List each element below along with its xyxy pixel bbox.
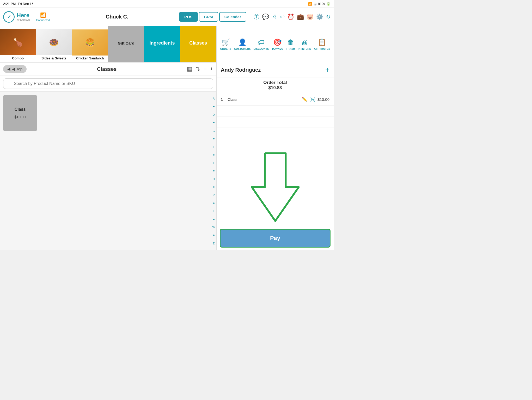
signal-icon: ◎ [314,2,316,6]
left-header: ◀ ◀ Top Classes ▦ ⇅ ≡ + [0,63,216,76]
category-classes-label: Classes [189,40,207,46]
category-bar: 🍗 Combo 🍩 Sides & Sweets 🍔 Chicken Sandw… [0,26,216,63]
alphabet-sidebar: A D G I L O R T W Z [211,92,216,250]
alpha-dot-4 [213,154,215,156]
order-item-row: 1 Class ✏️ % $10.00 [217,93,334,106]
add-product-icon[interactable]: + [210,66,213,72]
pay-button[interactable]: Pay [220,229,331,248]
alpha-dot-2 [213,122,215,123]
category-ingredients-label: Ingredients [149,40,175,46]
alpha-a[interactable]: A [213,97,215,100]
top-button[interactable]: ◀ ◀ Top [3,65,27,73]
discount-item-button[interactable]: % [310,97,315,102]
attributes-label: ATTRIBUTES [314,47,330,50]
category-combo-label: Combo [12,55,24,60]
wifi-icon: 📶 [308,2,312,6]
alpha-g[interactable]: G [213,129,215,132]
discounts-icon: 🏷 [258,38,265,46]
toolbar-icons: Ⓣ 💬 🖨 ↩ ⏰ 💼 🐷 ⚙️ ↻ [254,13,331,21]
connected-label: Connected [36,19,50,22]
logo-area: ✓ Here by SalesVu [3,11,30,23]
toolbar-chat-icon[interactable]: 💬 [262,14,269,20]
tab-calendar[interactable]: Calendar [219,12,246,22]
classes-title: Classes [29,66,184,72]
top-button-label: ◀ Top [12,67,22,71]
nav-tabs: POS CRM Calendar [179,12,246,22]
wifi-connected-area: 📶 Connected [36,12,50,22]
empty-row-2 [217,116,334,127]
orders-icon: 🛒 [222,38,230,46]
toolbar-t-icon[interactable]: Ⓣ [254,13,259,21]
product-class-name: Class [15,107,26,112]
alpha-d[interactable]: D [213,113,215,116]
top-arrow-icon: ◀ [7,67,10,71]
order-header: Andy Rodriguez + [217,63,334,77]
toolbar-settings-icon[interactable]: ⚙️ [316,14,323,20]
battery-icon: 🔋 [326,2,331,6]
alpha-i[interactable]: I [213,145,214,148]
product-class[interactable]: Class $10.00 [3,95,37,131]
toolbar-clock-icon[interactable]: ⏰ [287,14,294,20]
sort-icon[interactable]: ⇅ [195,66,200,72]
edit-item-button[interactable]: ✏️ [302,96,307,102]
icon-printers[interactable]: 🖨 PRINTERS [298,38,311,50]
order-total-amount: $10.83 [219,85,331,90]
status-bar: 2:21 PM Fri Dec 16 📶 ◎ 91% 🔋 [0,0,334,8]
products-row: Class $10.00 A D G I L O R T [0,92,216,250]
alpha-r[interactable]: R [213,194,215,197]
printers-label: PRINTERS [298,47,311,50]
category-giftcard[interactable]: Gift Card [108,26,144,62]
add-customer-button[interactable]: + [325,66,329,74]
townvu-icon: 🎯 [273,38,282,46]
discounts-label: DISCOUNTS [254,47,269,50]
green-arrow [247,151,304,225]
alpha-t[interactable]: T [213,210,215,213]
search-input[interactable] [3,78,213,89]
alpha-dot-6 [213,186,215,188]
toolbar-refresh-icon[interactable]: ↻ [326,14,331,20]
empty-row-4 [217,138,334,149]
trash-icon: 🗑 [287,38,294,46]
icon-townvu[interactable]: 🎯 TOWNVU [272,38,283,50]
attributes-icon: 📋 [318,38,326,46]
townvu-label: TOWNVU [272,47,283,50]
header: ✓ Here by SalesVu 📶 Connected Chuck C. P… [0,8,334,26]
alpha-z[interactable]: Z [213,242,215,245]
customers-label: CUSTOMERS [234,47,251,50]
empty-row-3 [217,127,334,138]
toolbar-printer-icon[interactable]: 🖨 [272,14,277,20]
status-time: 2:21 PM [3,2,16,6]
category-classes[interactable]: Classes [180,26,216,62]
icon-trash[interactable]: 🗑 TRASH [286,38,295,50]
icon-orders[interactable]: 🛒 ORDERS [220,38,231,50]
icon-discounts[interactable]: 🏷 DISCOUNTS [254,38,269,50]
left-panel: ◀ ◀ Top Classes ▦ ⇅ ≡ + 🔍 Class $ [0,63,216,250]
category-sides[interactable]: 🍩 Sides & Sweets [36,26,72,62]
alpha-o[interactable]: O [213,177,215,181]
alpha-dot-7 [213,202,215,204]
alpha-l[interactable]: L [213,161,215,164]
search-bar: 🔍 [0,76,216,92]
category-chicken[interactable]: 🍔 Chicken Sandwich [72,26,108,62]
alpha-dot-9 [213,235,215,236]
category-ingredients[interactable]: Ingredients [144,26,180,62]
main-layout: ◀ ◀ Top Classes ▦ ⇅ ≡ + 🔍 Class $ [0,63,334,250]
list-icon[interactable]: ≡ [203,66,207,72]
icon-attributes[interactable]: 📋 ATTRIBUTES [314,38,330,50]
barcode-icon[interactable]: ▦ [187,66,192,72]
toolbar-wallet-icon[interactable]: 💼 [297,14,304,20]
toolbar-back-icon[interactable]: ↩ [280,14,285,20]
category-row: 🍗 Combo 🍩 Sides & Sweets 🍔 Chicken Sandw… [0,26,334,63]
tab-crm[interactable]: CRM [199,12,218,22]
alpha-w[interactable]: W [212,226,215,229]
order-item-name: Class [228,97,299,102]
right-panel-icons: 🛒 ORDERS 👤 CUSTOMERS 🏷 DISCOUNTS 🎯 TOWNV… [216,26,334,63]
icon-customers[interactable]: 👤 CUSTOMERS [234,38,251,50]
tab-pos[interactable]: POS [179,12,198,22]
status-date: Fri Dec 16 [18,2,33,6]
trash-label: TRASH [286,47,295,50]
logo-circle: ✓ [3,11,15,23]
category-combo[interactable]: 🍗 Combo [0,26,36,62]
alpha-dot-5 [213,170,215,171]
toolbar-piggy-icon[interactable]: 🐷 [307,14,314,20]
